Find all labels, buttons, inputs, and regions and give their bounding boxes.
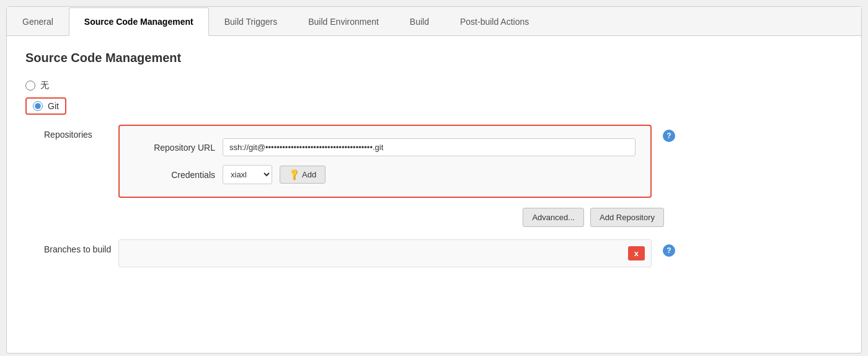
repos-with-help: Repository URL Credentials xiaxl 🔑 Add [118, 125, 843, 198]
help-icon-branches[interactable]: ? [663, 244, 675, 257]
repo-url-input[interactable] [223, 138, 636, 156]
repo-box: Repository URL Credentials xiaxl 🔑 Add [118, 125, 652, 198]
radio-none-option[interactable]: 无 [25, 80, 843, 91]
tab-build-triggers[interactable]: Build Triggers [209, 7, 293, 36]
radio-git-option[interactable]: Git [25, 97, 843, 115]
add-button-label: Add [302, 170, 316, 179]
repositories-label: Repositories [44, 125, 118, 140]
content-area: Source Code Management 无 Git Repositorie… [7, 36, 861, 282]
credentials-row: Credentials xiaxl 🔑 Add [135, 165, 636, 184]
tab-post-build[interactable]: Post-build Actions [445, 7, 544, 36]
tab-build[interactable]: Build [394, 7, 445, 36]
radio-none-input[interactable] [25, 81, 35, 91]
page-wrapper: General Source Code Management Build Tri… [6, 6, 862, 354]
section-title: Source Code Management [25, 51, 843, 65]
advanced-button[interactable]: Advanced... [523, 208, 584, 227]
tab-bar: General Source Code Management Build Tri… [7, 7, 861, 36]
branches-label: Branches to build [44, 239, 118, 254]
radio-git-label: Git [48, 101, 59, 111]
credentials-add-button[interactable]: 🔑 Add [280, 166, 326, 184]
branches-x-button[interactable]: x [628, 246, 645, 260]
repositories-row: Repositories Repository URL Credentials … [44, 125, 843, 198]
branches-help-wrapper: ? [663, 239, 675, 257]
credentials-label: Credentials [135, 170, 215, 180]
branches-row: Branches to build x ? [44, 239, 843, 267]
add-repository-button[interactable]: Add Repository [590, 208, 664, 227]
credentials-select[interactable]: xiaxl [223, 165, 272, 184]
key-icon: 🔑 [287, 168, 301, 182]
repo-url-row: Repository URL [135, 138, 636, 156]
radio-git-input[interactable] [33, 101, 43, 111]
repo-url-label: Repository URL [135, 143, 215, 153]
tab-general[interactable]: General [7, 7, 69, 36]
tab-build-environment[interactable]: Build Environment [293, 7, 394, 36]
branches-box: x [118, 239, 652, 267]
radio-none-label: 无 [40, 80, 49, 91]
help-icon-repositories[interactable]: ? [663, 130, 675, 142]
branches-with-help: x ? [118, 239, 843, 267]
help-wrapper: ? [663, 125, 675, 142]
tab-source-code-management[interactable]: Source Code Management [69, 7, 209, 36]
scm-radio-group: 无 Git [25, 80, 843, 115]
git-radio-wrapper: Git [25, 97, 66, 115]
repo-actions-row: Advanced... Add Repository [44, 208, 664, 227]
